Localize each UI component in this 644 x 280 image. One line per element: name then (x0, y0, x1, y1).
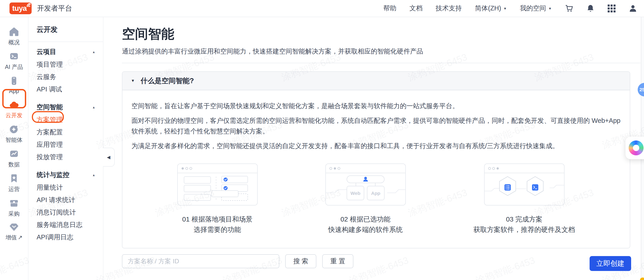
chevron-down-icon: ▼ (548, 6, 552, 10)
rail-item-overview[interactable]: 概况 (0, 27, 28, 46)
panel-paragraph: 空间智能，旨在让客户基于空间场景快速规划和定义智能化方案，是融合场景套装与软件能… (132, 101, 621, 111)
notifications-bell-icon[interactable] (586, 4, 594, 13)
box-icon (9, 198, 19, 208)
what-is-panel: ▼ 什么是空间智能? 空间智能，旨在让客户基于空间场景快速规划和定义智能化方案，… (122, 71, 630, 248)
step-caption: 01 根据落地项目和场景 选择需要的功能 (182, 214, 253, 235)
solution-search-input[interactable] (122, 254, 279, 268)
terminal-icon (9, 51, 19, 61)
nav-support[interactable]: 技术支持 (436, 4, 462, 13)
nav-help[interactable]: 帮助 (383, 4, 396, 13)
page-subtitle: 通过涂鸦提供的丰富行业微应用和空间能力，快速搭建空间智能解决方案，并获取相应的智… (122, 47, 640, 56)
nav-docs[interactable]: 文档 (410, 4, 422, 13)
main-content: 空间智能 通过涂鸦提供的丰富行业微应用和空间能力，快速搭建空间智能解决方案，并获… (104, 17, 644, 280)
section-stats-monitoring[interactable]: 统计与监控 ▲ (36, 169, 103, 181)
menu-item-app-management[interactable]: 应用管理 (36, 138, 103, 151)
tuya-logo-text: tuya (12, 4, 27, 13)
menu-item-server-message-logs[interactable]: 服务端消息日志 (36, 218, 103, 231)
step-1: 01 根据落地项目和场景 选择需要的功能 (177, 164, 258, 235)
menu-item-project-management[interactable]: 项目管理 (36, 58, 103, 71)
menu-item-api-request-stats[interactable]: API 请求统计 (36, 194, 103, 206)
rail-item-ai-products[interactable]: AI 产品 (0, 51, 28, 71)
step-caption: 02 根据已选功能 快速构建多端的软件系统 (328, 214, 403, 235)
rail-item-agent[interactable]: 智能体 (0, 124, 28, 144)
external-link-icon: ↗ (18, 234, 22, 241)
wifi-icon (25, 2, 32, 8)
rail-item-value-added[interactable]: 增值 ↗ (0, 223, 28, 241)
phone-icon (9, 76, 19, 86)
menu-item-solution-management[interactable]: 方案管理 (36, 114, 103, 126)
tuya-logo[interactable]: tuya (10, 2, 32, 14)
rail-item-app[interactable]: App (0, 76, 28, 94)
step-3: 03 完成方案 获取方案软件，推荐的硬件及文档 (474, 164, 575, 235)
menu-item-solution-config[interactable]: 方案配置 (36, 126, 103, 138)
sidebar-collapse-handle[interactable]: ◀ (103, 148, 115, 167)
my-space-menu[interactable]: 我的空间 ▼ (520, 4, 552, 13)
check-icon (224, 178, 228, 182)
create-now-button[interactable]: 立即创建 (590, 256, 631, 271)
menu-item-api-call-logs[interactable]: API调用日志 (36, 231, 103, 244)
reset-button[interactable]: 重 置 (322, 254, 354, 268)
steps-row: 01 根据落地项目和场景 选择需要的功能 (132, 164, 621, 235)
chevron-up-icon: ▲ (92, 50, 95, 54)
menu-item-cloud-services[interactable]: 云服务 (36, 71, 103, 83)
chevron-up-icon: ▲ (92, 106, 95, 109)
sidebar-title: 云开发 (36, 17, 103, 42)
terminal-icon (532, 184, 538, 190)
apps-grid-icon[interactable] (608, 4, 616, 12)
panel-title: 什么是空间智能? (141, 76, 194, 86)
step2-illustration: Web App (326, 164, 406, 206)
section-space-intelligence[interactable]: 空间智能 ▲ (36, 101, 103, 114)
svg-text:Web: Web (350, 190, 360, 196)
search-row: 搜 索 重 置 立即创建 (122, 254, 640, 268)
panel-paragraph: 面对不同行业的物理空间，客户仅需选定所需的空间运营和智能化功能，系统自动匹配客户… (132, 116, 621, 136)
rail-item-purchase[interactable]: 采购 (0, 198, 28, 218)
primary-sidebar: 概况 AI 产品 App 云开发 智能体 数据 运营 采购 增值 ↗ (0, 17, 28, 280)
rail-item-cloud-dev[interactable]: 云开发 (0, 100, 28, 119)
svg-text:App: App (371, 190, 380, 196)
divider (122, 63, 640, 63)
menu-item-delivery-management[interactable]: 投放管理 (36, 151, 103, 163)
user-icon (364, 177, 367, 180)
list-icon (504, 184, 511, 190)
language-selector[interactable]: 简体(ZH) ▼ (475, 4, 507, 13)
sparkle-icon (9, 124, 19, 134)
search-button[interactable]: 搜 索 (285, 254, 316, 268)
bookmark-star-icon (9, 174, 19, 183)
step3-illustration (484, 164, 564, 206)
chevron-up-icon: ▲ (92, 173, 95, 177)
swirl-logo-icon (629, 140, 644, 155)
step1-illustration (177, 164, 258, 206)
secondary-sidebar: 云开发 云项目 ▲ 项目管理 云服务 API 调试 空间智能 ▲ 方案管理 方案… (28, 17, 104, 280)
rail-item-operation[interactable]: 运营 (0, 174, 28, 193)
what-is-panel-header[interactable]: ▼ 什么是空间智能? (122, 72, 630, 90)
panel-paragraph: 为满足开发者多样化的需求，空间智能还提供灵活的自定义开发支持，配备丰富的接口和工… (132, 141, 621, 151)
cloud-icon (9, 100, 19, 110)
chart-icon (9, 149, 19, 159)
product-name: 开发者平台 (37, 4, 72, 13)
menu-item-api-explorer[interactable]: API 调试 (36, 83, 103, 96)
page-title: 空间智能 (122, 26, 640, 42)
chevron-down-icon: ▼ (131, 78, 135, 83)
rail-item-data[interactable]: 数据 (0, 149, 28, 168)
check-icon (224, 186, 228, 190)
step-caption: 03 完成方案 获取方案软件，推荐的硬件及文档 (474, 214, 575, 235)
shield-chevron-icon (9, 223, 19, 232)
chevron-down-icon: ▼ (503, 6, 507, 10)
collapse-left-icon: ◀ (107, 154, 110, 160)
section-cloud-project[interactable]: 云项目 ▲ (36, 46, 103, 58)
home-icon (9, 27, 19, 36)
floating-widget[interactable] (626, 136, 644, 159)
menu-item-message-subscription-stats[interactable]: 消息订阅统计 (36, 206, 103, 218)
user-avatar-icon[interactable] (629, 4, 637, 13)
cart-icon[interactable] (565, 4, 573, 13)
step-2: Web App 02 根据已选功能 快速构建多端的软件系统 (326, 164, 406, 235)
top-header: tuya 开发者平台 帮助 文档 技术支持 简体(ZH) ▼ 我的空间 ▼ (0, 0, 644, 17)
menu-item-usage-stats[interactable]: 用量统计 (36, 181, 103, 194)
